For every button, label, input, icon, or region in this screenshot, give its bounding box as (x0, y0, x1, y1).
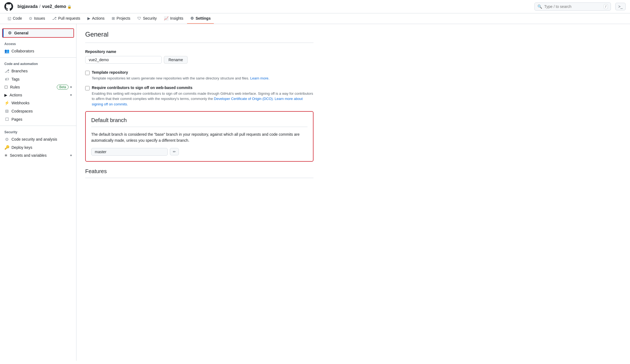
search-bar[interactable]: 🔍 / (534, 2, 611, 11)
nav-label-insights: Insights (170, 16, 183, 20)
sidebar-item-rules[interactable]: ☐ Rules Beta ▾ (0, 83, 76, 91)
branch-input (91, 148, 168, 156)
nav-item-security[interactable]: 🛡 Security (134, 13, 160, 24)
sign-off-content: Require contributors to sign off on web-… (92, 85, 313, 107)
code-icon: ◱ (8, 16, 11, 20)
nav-label-code: Code (13, 16, 22, 20)
sidebar-item-webhooks[interactable]: ⚡ Webhooks (0, 99, 76, 107)
sign-off-row: Require contributors to sign off on web-… (85, 85, 313, 107)
sidebar-collaborators-label: Collaborators (11, 49, 34, 53)
sidebar-rules-label: Rules (10, 85, 20, 89)
repo-breadcrumb: bigjavada / vue2_demo 🔒 (17, 4, 72, 9)
actions-chevron-icon: ▾ (70, 93, 72, 97)
sidebar-tags-label: Tags (11, 77, 20, 81)
sidebar-section-code-automation: Code and automation (0, 60, 76, 67)
general-sidebar-wrapper: ⚙ General (2, 28, 74, 38)
nav-item-code[interactable]: ◱ Code (4, 13, 25, 24)
top-bar: bigjavada / vue2_demo 🔒 🔍 / >_ (0, 0, 630, 13)
sidebar-item-tags[interactable]: 🏷 Tags (0, 75, 76, 83)
repo-nav: ◱ Code ⊙ Issues ⎇ Pull requests ▶ Action… (0, 13, 630, 24)
codespaces-icon: ⊟ (4, 109, 9, 114)
actions-sidebar-icon: ▶ (4, 93, 7, 97)
nav-item-issues[interactable]: ⊙ Issues (26, 13, 48, 24)
sidebar-item-general[interactable]: ⚙ General (3, 29, 73, 37)
rules-chevron-icon: ▾ (70, 85, 72, 89)
nav-label-prs: Pull requests (58, 16, 80, 20)
sidebar-branches-label: Branches (11, 69, 28, 73)
sidebar-item-branches[interactable]: ⎇ Branches (0, 67, 76, 75)
webhooks-icon: ⚡ (4, 100, 9, 105)
template-repo-row: Template repository Template repositorie… (85, 70, 313, 81)
sidebar-item-actions[interactable]: ▶ Actions ▾ (0, 91, 76, 99)
sidebar-secrets-label: Secrets and variables (10, 153, 47, 158)
sidebar-divider-2 (0, 126, 76, 126)
rules-icon: ☐ (4, 85, 8, 89)
template-repo-checkbox[interactable] (85, 71, 90, 75)
repo-owner[interactable]: bigjavada (17, 4, 38, 9)
rules-beta-badge: Beta (57, 85, 69, 90)
actions-icon: ▶ (87, 16, 90, 20)
sidebar-pages-label: Pages (11, 117, 22, 122)
sign-off-desc: Enabling this setting will require contr… (92, 91, 313, 107)
search-kbd: / (604, 4, 608, 9)
settings-icon: ⚙ (190, 16, 194, 20)
sign-off-dco-link[interactable]: Developer Certificate of Origin (DCO). (214, 97, 274, 101)
collaborators-icon: 👥 (4, 49, 9, 54)
sidebar-codespaces-label: Codespaces (11, 109, 33, 113)
template-repo-content: Template repository Template repositorie… (92, 70, 269, 81)
sidebar-item-codespaces[interactable]: ⊟ Codespaces (0, 107, 76, 115)
search-input[interactable] (544, 4, 602, 9)
github-logo[interactable] (4, 2, 13, 11)
secrets-icon: ✳ (4, 153, 8, 158)
branches-icon: ⎇ (4, 69, 9, 73)
nav-item-pull-requests[interactable]: ⎇ Pull requests (49, 13, 84, 24)
tags-icon: 🏷 (4, 77, 9, 81)
sidebar-item-deploy-keys[interactable]: 🔑 Deploy keys (0, 143, 76, 152)
pr-icon: ⎇ (52, 16, 57, 20)
secrets-chevron-icon: ▾ (70, 153, 72, 157)
sidebar-section-security: Security (0, 128, 76, 135)
sidebar-item-pages[interactable]: ☐ Pages (0, 115, 76, 123)
nav-item-insights[interactable]: 📈 Insights (161, 13, 187, 24)
insights-icon: 📈 (164, 16, 168, 20)
sidebar-item-code-security[interactable]: ⊙ Code security and analysis (0, 135, 76, 143)
sidebar-item-collaborators[interactable]: 👥 Collaborators (0, 47, 76, 55)
pages-icon: ☐ (4, 117, 9, 122)
lock-icon: 🔒 (67, 5, 72, 9)
branch-row: ✏ (91, 148, 307, 156)
template-repo-learn-more[interactable]: Learn more. (250, 76, 269, 80)
repo-name-input[interactable] (85, 56, 162, 64)
template-repo-desc-text: Template repositories let users generate… (92, 76, 249, 80)
code-security-icon: ⊙ (4, 137, 9, 142)
features-section: Features (85, 168, 313, 178)
default-branch-desc: The default branch is considered the "ba… (91, 131, 307, 144)
edit-branch-button[interactable]: ✏ (170, 148, 179, 155)
sidebar-general-label: General (14, 31, 28, 35)
terminal-button[interactable]: >_ (615, 3, 626, 10)
sidebar-divider-1 (0, 57, 76, 58)
page-title: General (85, 31, 313, 43)
settings-sidebar: ⚙ General Access 👥 Collaborators Code an… (0, 24, 76, 361)
nav-label-settings: Settings (196, 16, 211, 20)
sign-off-label: Require contributors to sign off on web-… (92, 85, 313, 90)
nav-item-settings[interactable]: ⚙ Settings (187, 13, 214, 24)
separator: / (39, 4, 40, 9)
nav-label-actions: Actions (92, 16, 105, 20)
repo-name-label: Repository name (85, 49, 313, 54)
template-repo-desc: Template repositories let users generate… (92, 76, 269, 81)
sidebar-code-security-label: Code security and analysis (11, 137, 57, 141)
default-branch-title: Default branch (91, 117, 307, 127)
nav-item-projects[interactable]: ⊞ Projects (108, 13, 134, 24)
sidebar-deploy-keys-label: Deploy keys (11, 145, 32, 150)
sign-off-checkbox[interactable] (85, 86, 90, 90)
default-branch-box: Default branch The default branch is con… (85, 111, 313, 162)
sidebar-item-secrets[interactable]: ✳ Secrets and variables ▾ (0, 152, 76, 159)
nav-label-security: Security (143, 16, 157, 20)
settings-content: General Repository name Rename Template … (76, 24, 322, 361)
sidebar-actions-label: Actions (10, 93, 22, 97)
nav-label-projects: Projects (117, 16, 131, 20)
rename-button[interactable]: Rename (164, 56, 188, 64)
edit-pencil-icon: ✏ (173, 150, 176, 154)
nav-item-actions[interactable]: ▶ Actions (84, 13, 108, 24)
repo-name[interactable]: vue2_demo (42, 4, 66, 9)
